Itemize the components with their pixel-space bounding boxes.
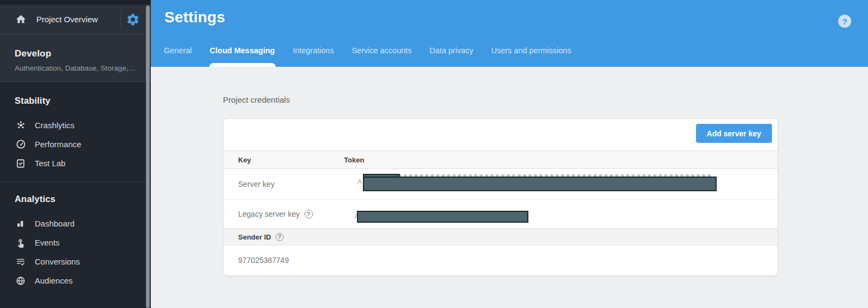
develop-subtitle: Authentication, Database, Storage,… bbox=[15, 64, 138, 72]
tab-integrations[interactable]: Integrations bbox=[293, 46, 334, 67]
stability-heading: Stability bbox=[0, 96, 151, 106]
sender-id-help-icon[interactable]: ? bbox=[276, 233, 284, 241]
tab-bar: General Cloud Messaging Integrations Ser… bbox=[164, 46, 589, 67]
dashboard-icon bbox=[15, 218, 26, 229]
table-row-legacy-server-key: Legacy server key ? A bbox=[224, 199, 777, 228]
row-label: Legacy server key ? bbox=[224, 210, 344, 218]
project-overview-label: Project Overview bbox=[36, 15, 98, 24]
sidebar-item-test-lab[interactable]: Test Lab bbox=[0, 154, 151, 173]
sidebar-scrollbar[interactable] bbox=[146, 5, 150, 308]
project-credentials-card: Add server key Key Token Server key A Le… bbox=[223, 118, 778, 276]
main-area: Settings ? General Cloud Messaging Integ… bbox=[151, 0, 868, 308]
conversions-icon bbox=[15, 256, 26, 267]
test-lab-icon bbox=[15, 158, 26, 169]
sidebar-item-label: Audiences bbox=[35, 276, 73, 285]
sidebar-item-label: Crashlytics bbox=[35, 121, 74, 130]
crashlytics-icon bbox=[15, 120, 26, 131]
tab-general[interactable]: General bbox=[164, 46, 192, 67]
sidebar-item-label: Dashboard bbox=[35, 219, 74, 228]
tab-data-privacy[interactable]: Data privacy bbox=[430, 46, 474, 67]
tab-users-and-permissions[interactable]: Users and permissions bbox=[491, 46, 571, 67]
sidebar-item-audiences[interactable]: Audiences bbox=[0, 271, 151, 290]
develop-heading: Develop bbox=[15, 48, 138, 59]
analytics-heading: Analytics bbox=[0, 194, 151, 204]
table-header-row: Key Token bbox=[224, 150, 777, 169]
sidebar-item-performance[interactable]: Performance bbox=[0, 135, 151, 154]
token-fragment: A bbox=[358, 178, 362, 185]
sidebar-item-dashboard[interactable]: Dashboard bbox=[0, 214, 151, 233]
gear-icon[interactable] bbox=[126, 12, 140, 27]
sidebar-item-crashlytics[interactable]: Crashlytics bbox=[0, 116, 151, 135]
page-header: Settings ? General Cloud Messaging Integ… bbox=[151, 0, 868, 67]
performance-icon bbox=[15, 139, 26, 150]
table-row-server-key: Server key A bbox=[224, 169, 777, 199]
home-icon bbox=[15, 14, 27, 25]
sidebar-header-divider bbox=[120, 10, 121, 28]
sidebar-top-strip bbox=[0, 0, 151, 4]
legacy-server-key-help-icon[interactable]: ? bbox=[304, 210, 313, 218]
tab-cloud-messaging[interactable]: Cloud Messaging bbox=[210, 46, 275, 67]
sidebar-upper-panel: Project Overview Develop Authentication,… bbox=[0, 4, 151, 84]
sidebar-section-analytics: Analytics Dashboard Events bbox=[0, 182, 151, 290]
sidebar-item-label: Test Lab bbox=[35, 159, 66, 168]
column-header-token: Token bbox=[344, 156, 364, 164]
sender-id-value: 977025387749 bbox=[224, 256, 289, 265]
sidebar-section-stability: Stability Crashlytics bbox=[0, 84, 151, 173]
sidebar-item-label: Events bbox=[35, 238, 60, 247]
table-row-sender-id: Sender ID ? bbox=[224, 228, 777, 246]
row-label: Sender ID ? bbox=[224, 233, 344, 241]
row-label: Server key bbox=[224, 180, 344, 188]
project-overview-row[interactable]: Project Overview bbox=[0, 4, 151, 34]
sidebar-item-events[interactable]: Events bbox=[0, 233, 151, 252]
add-server-key-button[interactable]: Add server key bbox=[696, 124, 772, 143]
table-row-sender-id-value: 977025387749 bbox=[224, 246, 777, 275]
help-icon[interactable]: ? bbox=[838, 15, 851, 28]
column-header-key: Key bbox=[224, 156, 344, 164]
page-title: Settings bbox=[164, 9, 225, 26]
content-area: Project credentials Add server key Key T… bbox=[151, 67, 868, 308]
sidebar: Project Overview Develop Authentication,… bbox=[0, 0, 151, 308]
card-toolbar: Add server key bbox=[224, 119, 777, 150]
sidebar-section-develop[interactable]: Develop Authentication, Database, Storag… bbox=[0, 34, 151, 83]
events-icon bbox=[15, 237, 26, 248]
sidebar-item-conversions[interactable]: Conversions bbox=[0, 252, 151, 271]
section-title: Project credentials bbox=[223, 95, 290, 104]
token-redaction bbox=[363, 177, 717, 191]
audiences-icon bbox=[15, 275, 26, 286]
tab-service-accounts[interactable]: Service accounts bbox=[352, 46, 411, 67]
token-redaction bbox=[357, 211, 528, 223]
sidebar-item-label: Conversions bbox=[35, 257, 80, 266]
sidebar-item-label: Performance bbox=[35, 140, 81, 149]
